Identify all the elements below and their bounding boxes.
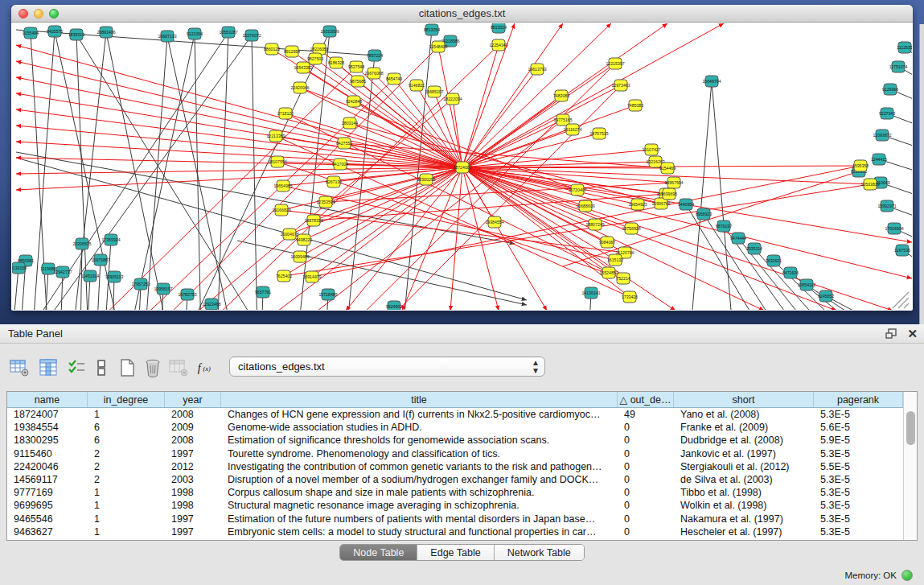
graph-node[interactable]: 14136141 xyxy=(581,287,600,299)
table-cell[interactable]: 0 xyxy=(618,434,674,447)
red-edge[interactable] xyxy=(462,23,611,167)
table-cell[interactable]: 2009 xyxy=(165,421,221,434)
graph-node[interactable]: 15992971 xyxy=(877,200,896,212)
red-edge[interactable] xyxy=(285,113,609,273)
table-cell[interactable]: 18300295 xyxy=(7,434,88,447)
graph-node[interactable]: 18300295 xyxy=(417,174,435,185)
graph-node[interactable]: 7485083 xyxy=(627,100,643,111)
delete-icon[interactable] xyxy=(142,356,164,379)
close-panel-icon[interactable]: ✕ xyxy=(907,327,918,341)
graph-node[interactable]: 16543382 xyxy=(294,62,312,73)
red-edge[interactable] xyxy=(462,64,615,167)
graph-node[interactable]: 7857224 xyxy=(367,50,383,61)
graph-node[interactable]: 22420046 xyxy=(290,82,309,93)
black-edge[interactable] xyxy=(252,35,257,310)
graph-node[interactable]: 14957594 xyxy=(664,177,683,188)
column-header-name[interactable]: name xyxy=(7,392,88,407)
table-cell[interactable]: 0 xyxy=(618,460,674,473)
table-cell[interactable]: 9465546 xyxy=(7,513,88,525)
graph-node[interactable]: 13905113 xyxy=(105,271,124,282)
graph-node[interactable]: 18757515 xyxy=(589,128,608,139)
table-row[interactable]: 977716911998Corpus callosum shape and si… xyxy=(7,486,903,499)
table-cell[interactable]: Nakamura et al. (1997) xyxy=(674,513,814,525)
graph-node[interactable]: 10533819 xyxy=(860,179,879,190)
graph-node[interactable]: 8186328 xyxy=(328,57,344,68)
graph-node[interactable]: 9827503 xyxy=(307,53,323,64)
table-cell[interactable]: 0 xyxy=(618,499,674,512)
graph-node[interactable]: 8958923 xyxy=(696,208,712,220)
graph-node[interactable]: 1615132 xyxy=(607,254,623,266)
table-cell[interactable]: Franke et al. (2009) xyxy=(674,421,814,434)
graph-node[interactable]: 15720407 xyxy=(568,184,586,196)
network-table-select[interactable]: citations_edges.txt ▲▼ xyxy=(229,356,545,377)
table-cell[interactable]: Structural magnetic resonance image aver… xyxy=(221,499,618,512)
red-edge[interactable] xyxy=(462,120,563,167)
table-cell[interactable]: 9699695 xyxy=(7,499,88,512)
black-edge[interactable] xyxy=(12,268,18,310)
graph-node[interactable]: 9139159 xyxy=(12,262,27,274)
graph-node[interactable]: 11548408 xyxy=(429,41,448,52)
red-edge[interactable] xyxy=(462,130,573,167)
graph-node[interactable]: 15718485 xyxy=(318,289,337,300)
graph-node[interactable]: 16914479 xyxy=(302,271,321,282)
graph-node[interactable]: 17016504 xyxy=(885,223,903,234)
graph-node[interactable]: 16648794 xyxy=(702,76,721,87)
graph-node[interactable]: 11451914 xyxy=(81,270,100,282)
table-cell[interactable]: 1 xyxy=(88,525,165,538)
network-view-window[interactable]: citations_edges.txt 91554948405575183551… xyxy=(11,5,913,311)
table-cell[interactable]: Yano et al. (2008) xyxy=(674,408,814,421)
table-cell[interactable]: Tibbo et al. (1998) xyxy=(674,486,814,499)
graph-node[interactable]: 8405575 xyxy=(47,26,63,37)
graph-node[interactable]: 1835519 xyxy=(68,29,84,40)
graph-node[interactable]: 19384554 xyxy=(485,216,503,228)
graph-node[interactable]: 10654112 xyxy=(798,279,816,290)
table-cell[interactable]: 2 xyxy=(88,473,165,486)
graph-node[interactable]: 15685207 xyxy=(425,86,443,97)
table-cell[interactable]: Estimation of significance thresholds fo… xyxy=(221,434,618,447)
table-cell[interactable]: Genome-wide association studies in ADHD. xyxy=(221,421,618,434)
graph-node[interactable]: 18724007 xyxy=(453,162,471,173)
graph-node[interactable]: 9474444 xyxy=(730,233,746,244)
red-edge[interactable] xyxy=(450,167,462,310)
graph-node[interactable]: 9129966 xyxy=(882,84,898,95)
table-cell[interactable]: 2008 xyxy=(165,408,221,421)
table-row[interactable]: 1938455462009Genome-wide association stu… xyxy=(7,421,903,434)
graph-node[interactable]: 9498222 xyxy=(296,234,312,245)
black-edge[interactable] xyxy=(346,56,375,310)
graph-node[interactable]: 12213389 xyxy=(266,130,285,142)
graph-node[interactable]: 19166829 xyxy=(272,204,290,216)
column-header-pagerank[interactable]: pagerank xyxy=(814,392,903,407)
graph-node[interactable]: 9155494 xyxy=(23,27,39,39)
red-edge[interactable] xyxy=(462,167,912,278)
table-cell[interactable]: Dudbridge et al. (2008) xyxy=(674,434,814,447)
column-header-title[interactable]: title xyxy=(221,392,618,407)
graph-node[interactable]: 2803144 xyxy=(342,117,358,129)
graph-node[interactable]: 9146821 xyxy=(409,80,425,91)
table-cell[interactable]: 5.3E-5 xyxy=(814,499,903,512)
graph-node[interactable]: 9827548 xyxy=(348,61,364,72)
table-header-row[interactable]: namein_degreeyeartitle△ out_de…shortpage… xyxy=(7,392,903,408)
table-cell[interactable]: 1 xyxy=(88,499,165,512)
network-canvas[interactable]: 9155494840557518355192089140616687133912… xyxy=(12,23,912,310)
graph-node[interactable]: 18222034 xyxy=(443,93,462,105)
tab-node-table[interactable]: Node Table xyxy=(340,545,417,560)
graph-node[interactable]: 18107554 xyxy=(268,156,286,167)
table-cell[interactable]: 0 xyxy=(618,525,674,538)
graph-node[interactable]: 2935114 xyxy=(746,243,762,254)
graph-node[interactable]: 8471626 xyxy=(782,267,799,278)
column-header-in_degree[interactable]: in_degree xyxy=(88,392,165,407)
graph-node[interactable]: 10688609 xyxy=(576,200,594,212)
graph-node[interactable]: 752214 xyxy=(616,273,630,284)
graph-node[interactable]: 1244415 xyxy=(871,154,887,165)
red-edge[interactable] xyxy=(462,23,563,167)
table-cell[interactable]: 0 xyxy=(618,486,674,499)
graph-node[interactable]: 19654985 xyxy=(273,180,292,192)
graph-node[interactable]: 19756928 xyxy=(622,223,640,234)
graph-node[interactable]: 10958107 xyxy=(154,283,172,295)
table-cell[interactable]: 2012 xyxy=(165,460,221,473)
table-scrollbar[interactable] xyxy=(903,392,917,540)
table-row[interactable]: 969969511998Structural magnetic resonanc… xyxy=(7,499,903,512)
table-cell[interactable]: Stergiakouli et al. (2012) xyxy=(674,460,814,473)
graph-node[interactable]: 9154469 xyxy=(659,163,676,174)
graph-node[interactable]: 6879197 xyxy=(716,220,732,232)
